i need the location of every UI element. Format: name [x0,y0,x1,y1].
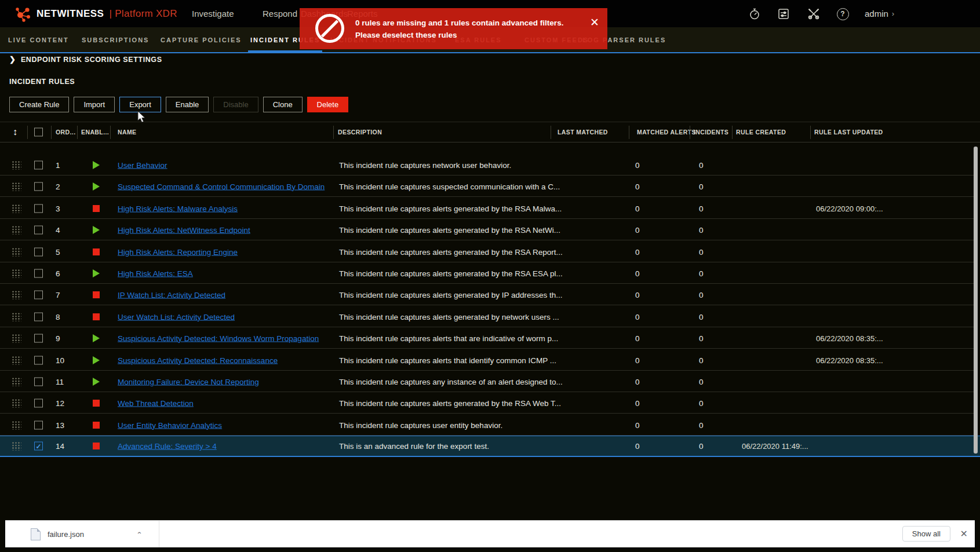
rule-matched-alerts: 0 [635,356,640,364]
jobs-icon[interactable] [777,7,790,21]
table-row[interactable]: 12Web Threat DetectionThis incident rule… [0,392,980,414]
row-drag-handle[interactable] [12,160,21,169]
rule-name-link[interactable]: Suspicious Activity Detected: Windows Wo… [118,334,319,342]
user-menu[interactable]: admin › [865,0,894,27]
export-button[interactable]: Export [119,97,161,112]
rule-name-link[interactable]: High Risk Alerts: ESA [118,269,193,277]
tools-icon[interactable] [807,7,821,21]
table-row[interactable]: 7IP Watch List: Activity DetectedThis in… [0,284,980,305]
row-drag-handle[interactable] [12,182,21,191]
row-drag-handle[interactable] [12,356,21,364]
clone-button[interactable]: Clone [263,97,303,112]
rule-name-link[interactable]: Advanced Rule: Severity > 4 [118,442,217,451]
tab-capture-policies[interactable]: CAPTURE POLICIES [161,27,242,52]
table-row[interactable]: 4High Risk Alerts: NetWitness EndpointTh… [0,219,980,240]
rule-name-link[interactable]: Monitoring Failure: Device Not Reporting [118,377,259,386]
row-checkbox[interactable] [34,334,43,342]
col-matched-alerts[interactable]: MATCHED ALERTS [637,129,696,136]
row-drag-handle[interactable] [12,442,21,451]
rule-name-link[interactable]: IP Watch List: Activity Detected [118,290,225,299]
table-row[interactable]: 2Suspected Command & Control Communicati… [0,176,980,197]
row-drag-handle[interactable] [12,269,21,277]
table-row[interactable]: 10Suspicious Activity Detected: Reconnai… [0,349,980,371]
col-rule-last-updated[interactable]: RULE LAST UPDATED [814,129,883,136]
nav-investigate[interactable]: Investigate [192,0,234,27]
row-drag-handle[interactable] [12,421,21,429]
table-row[interactable]: 6High Risk Alerts: ESAThis incident rule… [0,262,980,284]
select-all-checkbox[interactable] [34,128,43,137]
table-row[interactable]: 11Monitoring Failure: Device Not Reporti… [0,371,980,392]
rule-name-link[interactable]: High Risk Alerts: NetWitness Endpoint [118,225,250,234]
col-enabled[interactable]: ENABL... [81,129,109,136]
row-order: 11 [56,377,64,386]
timer-icon[interactable] [748,7,762,21]
row-drag-handle[interactable] [12,247,21,256]
reorder-sort-icon[interactable]: ↕ [13,127,17,137]
row-checkbox[interactable]: ✓ [34,442,43,451]
tab-live-content[interactable]: LIVE CONTENT [8,27,69,52]
row-checkbox[interactable] [34,356,43,364]
row-drag-handle[interactable] [12,399,21,407]
col-order[interactable]: ORD... [56,129,76,136]
row-drag-handle[interactable] [12,334,21,342]
col-description[interactable]: DESCRIPTION [338,129,382,136]
row-checkbox[interactable] [34,247,43,256]
rule-name-link[interactable]: High Risk Alerts: Reporting Engine [118,247,238,256]
rule-name-link[interactable]: Web Threat Detection [118,399,194,407]
import-button[interactable]: Import [74,97,115,112]
rule-name-link[interactable]: User Behavior [118,160,167,169]
row-checkbox[interactable] [34,421,43,429]
tab-subscriptions[interactable]: SUBSCRIPTIONS [82,27,149,52]
row-drag-handle[interactable] [12,290,21,299]
vertical-scrollbar[interactable] [974,147,978,454]
row-checkbox[interactable] [34,377,43,386]
row-drag-handle[interactable] [12,377,21,386]
row-drag-handle[interactable] [12,204,21,213]
table-row[interactable]: 3High Risk Alerts: Malware AnalysisThis … [0,198,980,219]
table-row[interactable]: ✓14Advanced Rule: Severity > 4This is an… [0,436,980,457]
row-order: 6 [56,269,60,277]
row-checkbox[interactable] [34,225,43,234]
endpoint-risk-scoring-toggle[interactable]: ❯ ENDPOINT RISK SCORING SETTINGS [9,55,162,64]
row-checkbox[interactable] [34,269,43,277]
col-incidents[interactable]: INCIDENTS [694,129,728,136]
col-rule-created[interactable]: RULE CREATED [736,129,786,136]
row-order: 5 [56,247,60,256]
downloaded-file-item[interactable]: failure.json ⌃ [5,521,143,547]
row-checkbox[interactable] [34,290,43,299]
rule-description: This incident rule captures alerts gener… [339,399,561,407]
col-last-matched[interactable]: LAST MATCHED [558,129,608,136]
rule-incidents: 0 [699,334,704,342]
show-all-button[interactable]: Show all [902,526,950,542]
table-row[interactable]: 8User Watch List: Activity DetectedThis … [0,306,980,327]
table-row[interactable]: 1User BehaviorThis incident rule capture… [0,154,980,176]
rules-table: 1User BehaviorThis incident rule capture… [0,143,980,463]
chevron-right-icon: ❯ [9,55,16,64]
shelf-close-icon[interactable]: ✕ [960,528,968,539]
row-checkbox[interactable] [34,182,43,191]
row-checkbox[interactable] [34,204,43,213]
delete-button[interactable]: Delete [307,97,349,112]
rule-description: This incident rule captures alerts gener… [339,290,562,299]
row-checkbox[interactable] [34,312,43,321]
nav-respond[interactable]: Respond [263,0,297,27]
rule-name-link[interactable]: User Watch List: Activity Detected [118,312,235,321]
rule-name-link[interactable]: High Risk Alerts: Malware Analysis [118,204,238,213]
help-icon[interactable]: ? [836,7,850,21]
col-name[interactable]: NAME [118,129,137,136]
chevron-up-icon[interactable]: ⌃ [136,531,143,538]
row-checkbox[interactable] [34,160,43,169]
rule-name-link[interactable]: User Entity Behavior Analytics [118,421,222,429]
table-row[interactable]: 5High Risk Alerts: Reporting EngineThis … [0,241,980,262]
table-row[interactable]: 13User Entity Behavior AnalyticsThis inc… [0,414,980,436]
table-row[interactable]: 9Suspicious Activity Detected: Windows W… [0,327,980,349]
rule-name-link[interactable]: Suspicious Activity Detected: Reconnaiss… [118,356,278,364]
row-drag-handle[interactable] [12,312,21,321]
toast-close-icon[interactable]: ✕ [590,16,599,29]
row-drag-handle[interactable] [12,225,21,234]
create-rule-button[interactable]: Create Rule [9,97,69,112]
rule-disabled-icon [93,443,100,449]
rule-name-link[interactable]: Suspected Command & Control Communicatio… [118,182,325,191]
row-checkbox[interactable] [34,399,43,407]
enable-button[interactable]: Enable [166,97,209,112]
